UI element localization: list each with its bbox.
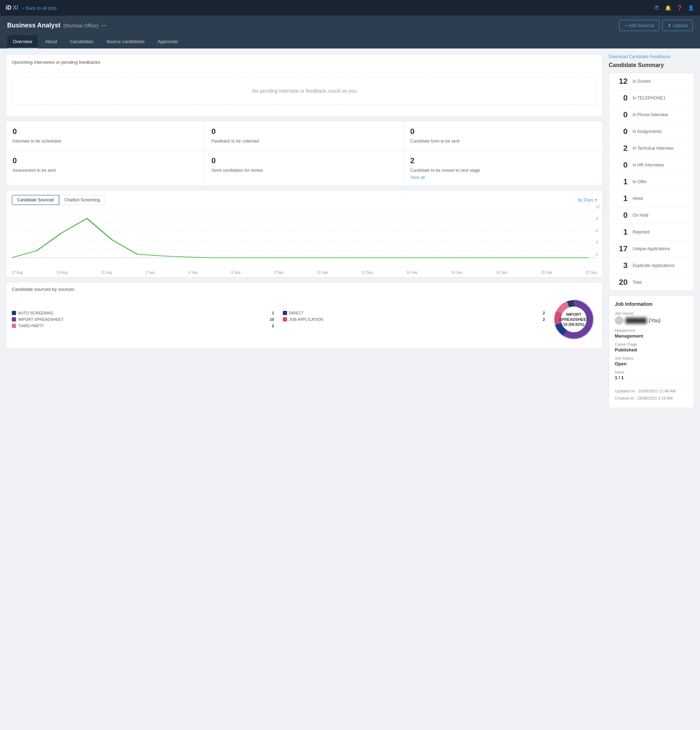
logo-sub: XI [13,4,18,11]
summary-label-9: Rejected [633,229,649,235]
stat-assessment: 0 Assessment to be sent [6,150,205,186]
timestamps: Updated on : 16/09/2021 11:46 AM Created… [615,384,688,402]
stats-grid: 0 Interview to be scheduled 0 Feedback t… [6,121,603,186]
legend-dot-job-app [283,317,287,321]
chart-tab-sourced[interactable]: Candidate Sourced [12,195,59,205]
more-options-icon[interactable]: ··· [102,22,106,29]
created-timestamp: Created on : 25/08/2021 9:15 AM [615,395,688,402]
summary-label-4: In Technical Interview [633,146,674,151]
summary-row-11: 3 Duplicate Applications [609,257,694,274]
summary-number-4: 2 [615,144,628,153]
tab-candidates[interactable]: Candidates [64,35,99,48]
main-layout: Upcoming interviews or pending feedbacks… [0,48,700,730]
stat-label-4: Send candidates for review [212,168,397,174]
chart-x-labels: 27 Aug 29 Aug 31 Aug 2 Sep 4 Sep 6 Sep 8… [6,269,603,277]
legend-dot-direct [283,311,287,315]
stat-label-3: Assessment to be sent [13,168,198,174]
job-status-field: Job Status Open [615,356,688,366]
legend-label-third-party: THIRD PARTY [18,324,44,328]
job-info-card: Job Information Job Owner ██████ (You) D… [609,295,694,408]
summary-label-3: In Assignments [633,129,662,134]
chart-container: 12 9 6 3 0 [6,205,603,269]
sources-legend: AUTO SCREENING 1 DIRECT 2 IMPORT SPREADS… [12,311,545,328]
chart-tabs-row: Candidate Sourced Chatbot Screening by D… [6,191,603,205]
chevron-down-icon: ▾ [595,197,597,203]
owner-name: ██████ [625,318,647,323]
summary-row-3: 0 In Assignments [609,123,694,140]
summary-row-9: 1 Rejected [609,224,694,241]
summary-row-8: 0 On Hold [609,207,694,224]
legend-count-job-app: 2 [540,317,545,321]
owner-row: ██████ (You) [615,316,688,325]
tab-source-candidates[interactable]: Source candidates [101,35,151,48]
job-office: (Mumbai Office) [63,23,98,29]
notification-icon[interactable]: 🔔 [664,4,671,12]
summary-number-1: 0 [615,93,628,103]
pending-section: No pending interview or feedback round o… [6,69,603,116]
summary-label-0: In Screen [633,79,651,84]
job-owner-field: Job Owner ██████ (You) [615,311,688,325]
department-field: Department Management [615,328,688,339]
pending-card: Upcoming interviews or pending feedbacks… [6,54,603,117]
chart-filter[interactable]: by Days ▾ [578,197,597,203]
legend-count-direct: 2 [540,311,545,315]
back-chevron-icon: ‹ [22,5,24,11]
summary-number-3: 0 [615,127,628,136]
summary-label-11: Duplicate Applications [633,263,674,268]
view-all-link[interactable]: View all [410,175,596,180]
pending-empty-message: No pending interview or feedback round o… [12,77,597,105]
download-feedbacks-link[interactable]: Download Candidate Feedbacks [609,54,694,62]
logo-text: iD [6,4,12,11]
help-icon[interactable]: ❓ [676,4,683,12]
summary-number-2: 0 [615,110,628,120]
summary-row-4: 2 In Technical Interview [609,140,694,157]
tab-approvals[interactable]: Approvals [152,35,184,48]
donut-chart: IMPORT SPREADSHEET 10 (58.82%) [551,296,597,343]
summary-number-9: 1 [615,228,628,237]
sources-card: Candidate sourced by sources AUTO SCREEN… [6,282,603,349]
logo: iD XI [6,4,18,11]
job-owner-label: Job Owner [615,311,688,315]
candidate-summary-title: Candidate Summary [609,62,694,73]
upload-button[interactable]: ⬆ Upload [662,20,693,31]
summary-row-0: 12 In Screen [609,73,694,90]
timer-icon[interactable]: ⏱ [653,4,660,12]
user-icon[interactable]: 👤 [687,4,694,12]
summary-number-12: 20 [615,278,628,287]
legend-third-party: THIRD PARTY 2 [12,324,274,328]
add-referral-button[interactable]: + Add Referral [619,20,659,31]
department-label: Department [615,328,688,333]
summary-label-7: Hired [633,196,643,201]
summary-label-5: In HR Interviews [633,162,664,168]
tab-overview[interactable]: Overview [7,35,38,48]
job-status-value: Open [615,361,688,366]
stat-feedback: 0 Feedback to be collected [205,121,404,150]
summary-label-2: In Phone Interview [633,112,668,117]
legend-dot-third-party [12,324,16,328]
summary-number-8: 0 [615,211,628,220]
donut-label: IMPORT SPREADSHEET 10 (58.82%) [559,311,589,327]
summary-number-7: 1 [615,194,628,203]
legend-import: IMPORT SPREADSHEET 10 [12,317,274,321]
tab-about[interactable]: About [39,35,63,48]
stat-number-5: 2 [410,156,596,165]
chart-tab-chatbot[interactable]: Chatbot Screening [59,195,105,205]
hired-label: Hired [615,370,688,374]
legend-direct: DIRECT 2 [283,311,545,315]
stat-send-review: 0 Send candidates for review [205,150,404,186]
owner-avatar [615,316,623,325]
legend-dot-import [12,317,16,321]
career-page-label: Career Page [615,342,688,346]
stat-number-0: 0 [13,127,198,136]
back-to-jobs-link[interactable]: ‹ Back to all jobs [22,5,57,11]
line-chart-svg [12,208,597,261]
stat-number-2: 0 [410,127,596,136]
summary-number-6: 1 [615,177,628,187]
chart-card: Candidate Sourced Chatbot Screening by D… [6,190,603,278]
summary-label-8: On Hold [633,213,648,218]
pending-card-header: Upcoming interviews or pending feedbacks [6,54,603,69]
stat-label-2: Candidate form to be sent [410,138,596,145]
stat-number-1: 0 [212,127,397,136]
sources-layout: AUTO SCREENING 1 DIRECT 2 IMPORT SPREADS… [12,296,597,343]
legend-dot-auto [12,311,16,315]
